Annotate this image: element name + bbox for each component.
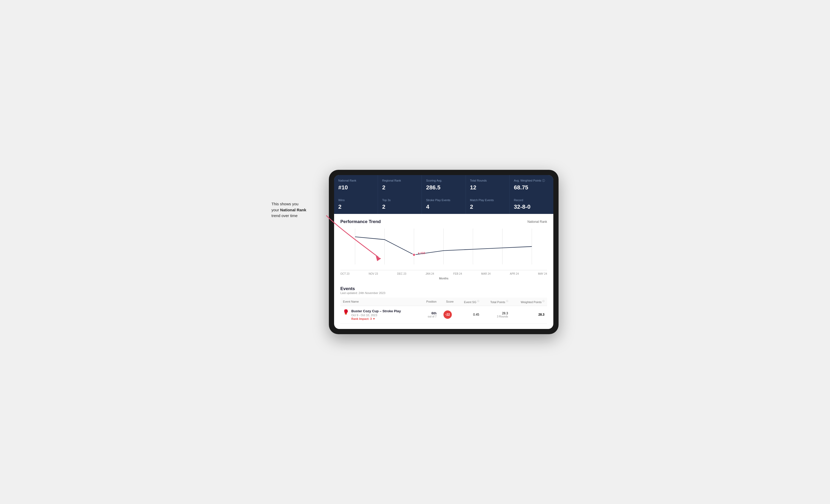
stat-national-rank-label: National Rank <box>338 179 374 182</box>
event-total-points-cell: 28.3 3 Rounds <box>482 306 511 324</box>
col-weighted-points: Weighted Points ⓘ <box>511 298 547 306</box>
tablet: National Rank #10 Regional Rank 2 Scorin… <box>329 170 558 334</box>
stat-match-play-label: Match Play Events <box>470 198 505 202</box>
svg-text:● #10: ● #10 <box>418 251 425 254</box>
events-section: Events Last updated: 24th November 2023 … <box>340 286 547 324</box>
stat-match-play: Match Play Events 2 <box>466 195 509 214</box>
chart-label-oct23: OCT 23 <box>340 272 350 275</box>
chart-label-feb24: FEB 24 <box>453 272 462 275</box>
annotation-line3: trend over time <box>272 213 297 218</box>
col-total-points: Total Points ⓘ <box>482 298 511 306</box>
performance-trend-header: Performance Trend National Rank <box>340 219 547 224</box>
stat-record-label: Record <box>514 198 549 202</box>
stat-total-rounds-label: Total Rounds <box>470 179 505 182</box>
chart-svg: ● #10 <box>340 229 547 270</box>
stat-stroke-play-label: Stroke Play Events <box>426 198 461 202</box>
tablet-screen: National Rank #10 Regional Rank 2 Scorin… <box>334 175 553 329</box>
stat-avg-weighted-points-value: 68.75 <box>514 184 549 191</box>
chart-label-may24: MAY 24 <box>538 272 547 275</box>
stat-wins-label: Wins <box>338 198 374 202</box>
stat-avg-weighted-points-label: Avg. Weighted Points ⓘ <box>514 179 549 182</box>
chart-label-dec23: DEC 23 <box>397 272 406 275</box>
svg-point-8 <box>413 253 415 256</box>
chart-x-title: Months <box>340 277 547 280</box>
stat-total-rounds-value: 12 <box>470 184 505 191</box>
stat-top3s-value: 2 <box>382 203 417 210</box>
rank-impact-label: Rank Impact: 3 <box>351 317 372 321</box>
content-area: Performance Trend National Rank <box>334 214 553 329</box>
stat-match-play-value: 2 <box>470 203 505 210</box>
col-position: Position <box>420 298 439 306</box>
annotation-line2: your <box>272 208 280 212</box>
stat-scoring-avg: Scoring Avg. 286.5 <box>422 175 466 194</box>
stat-national-rank: National Rank #10 <box>334 175 378 194</box>
chart-x-labels: OCT 23 NOV 23 DEC 23 JAN 24 FEB 24 MAR 2… <box>340 271 547 276</box>
event-sg: 0.45 <box>473 313 479 316</box>
chart-label-jan24: JAN 24 <box>425 272 434 275</box>
col-score: Score <box>439 298 456 306</box>
stat-top3s: Top 3s 2 <box>378 195 421 214</box>
events-title: Events <box>340 286 547 292</box>
event-score-badge: -22 <box>443 310 452 319</box>
stats-row2: Wins 2 Top 3s 2 Stroke Play Events 4 Mat… <box>334 195 553 214</box>
event-position-sub: out of 7 <box>422 315 437 318</box>
event-rank-impact: Rank Impact: 3 ▼ <box>351 317 401 321</box>
event-position-cell: 6th out of 7 <box>420 306 439 324</box>
event-date: Oct 9 - Oct 10, 2023 <box>351 313 401 317</box>
performance-trend-meta: National Rank <box>528 220 547 224</box>
chart-label-mar24: MAR 24 <box>481 272 491 275</box>
stat-total-rounds: Total Rounds 12 <box>466 175 509 194</box>
event-position: 6th <box>422 311 437 315</box>
col-event-name: Event Name <box>340 298 420 306</box>
annotation-bold: National Rank <box>280 208 306 212</box>
stat-wins-value: 2 <box>338 203 374 210</box>
stat-scoring-avg-label: Scoring Avg. <box>426 179 461 182</box>
event-weighted-points: 28.3 <box>539 313 544 316</box>
stat-top3s-label: Top 3s <box>382 198 417 202</box>
stat-record: Record 32-8-0 <box>510 195 553 214</box>
event-score-cell: -22 <box>439 306 456 324</box>
chart-label-nov23: NOV 23 <box>369 272 378 275</box>
event-icon: 🥊 <box>343 309 349 315</box>
performance-trend-title: Performance Trend <box>340 219 381 224</box>
stat-scoring-avg-value: 286.5 <box>426 184 461 191</box>
stat-wins: Wins 2 <box>334 195 378 214</box>
annotation-line1: This shows you <box>272 202 298 206</box>
stat-regional-rank-label: Regional Rank <box>382 179 417 182</box>
events-last-updated: Last updated: 24th November 2023 <box>340 292 547 295</box>
events-table: Event Name Position Score Event SG ⓘ Tot… <box>340 298 547 324</box>
stat-stroke-play: Stroke Play Events 4 <box>422 195 466 214</box>
stat-regional-rank: Regional Rank 2 <box>378 175 421 194</box>
events-table-header-row: Event Name Position Score Event SG ⓘ Tot… <box>340 298 547 306</box>
stat-stroke-play-value: 4 <box>426 203 461 210</box>
scene: This shows you your National Rank trend … <box>272 170 558 334</box>
event-sg-cell: 0.45 <box>456 306 482 324</box>
chart-label-apr24: APR 24 <box>510 272 519 275</box>
table-row: 🥊 Buster Cozy Cup – Stroke Play Oct 9 - … <box>340 306 547 324</box>
event-name: Buster Cozy Cup – Stroke Play <box>351 309 401 313</box>
stat-regional-rank-value: 2 <box>382 184 417 191</box>
stat-avg-weighted-points: Avg. Weighted Points ⓘ 68.75 <box>510 175 553 194</box>
stat-national-rank-value: #10 <box>338 184 374 191</box>
col-event-sg: Event SG ⓘ <box>456 298 482 306</box>
rank-impact-arrow: ▼ <box>373 317 375 321</box>
performance-chart: ● #10 <box>340 229 547 270</box>
stats-header: National Rank #10 Regional Rank 2 Scorin… <box>334 175 553 194</box>
annotation: This shows you your National Rank trend … <box>272 201 329 219</box>
event-total-points-sub: 3 Rounds <box>484 315 508 318</box>
event-total-points: 28.3 <box>484 311 508 315</box>
stat-record-value: 32-8-0 <box>514 203 549 210</box>
event-weighted-points-cell: 28.3 <box>511 306 547 324</box>
event-info-cell: 🥊 Buster Cozy Cup – Stroke Play Oct 9 - … <box>340 306 420 324</box>
